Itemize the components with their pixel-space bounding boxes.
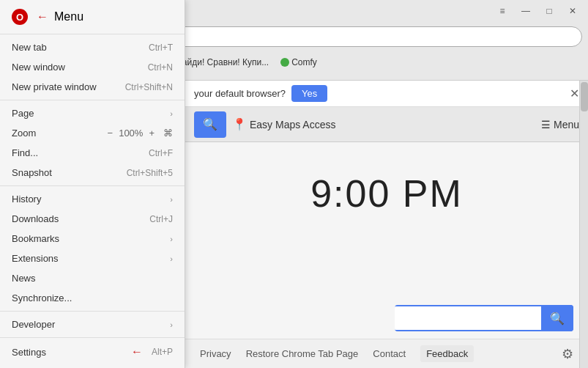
menu-item-help[interactable]: HelpF1 xyxy=(0,363,185,368)
menu-item-page[interactable]: Page› xyxy=(0,103,185,123)
zoom-percent: 100% xyxy=(119,128,143,139)
menu-item-downloads[interactable]: DownloadsCtrl+J xyxy=(0,209,185,229)
gear-icon[interactable]: ⚙ xyxy=(562,346,573,362)
scrollbar[interactable] xyxy=(579,81,588,368)
search-icon: 🔍 xyxy=(203,117,217,131)
menu-item-news[interactable]: News xyxy=(0,268,185,288)
menu-item-label: Synchronize... xyxy=(12,292,173,303)
comfy-label: Comfy xyxy=(291,57,317,67)
website-nav-bar: 🔍 📍 Easy Maps Access ☰ Menu xyxy=(185,107,588,142)
close-bar-icon[interactable]: ✕ xyxy=(570,87,579,100)
contact-link[interactable]: Contact xyxy=(373,348,406,359)
menu-header: O ← Menu xyxy=(0,0,185,34)
site-logo-text: Easy Maps Access xyxy=(250,119,336,130)
zoom-minus[interactable]: − xyxy=(108,128,113,139)
menu-divider-15 xyxy=(0,311,185,312)
submenu-arrow-icon: › xyxy=(170,254,173,263)
submenu-arrow-icon: › xyxy=(170,109,173,118)
menu-item-shortcut: Ctrl+N xyxy=(148,62,173,73)
privacy-link[interactable]: Privacy xyxy=(200,348,231,359)
zoom-plus[interactable]: + xyxy=(149,128,155,139)
maximize-button[interactable]: □ xyxy=(540,4,559,18)
yes-button[interactable]: Yes xyxy=(291,85,327,102)
menu-item-bookmarks[interactable]: Bookmarks› xyxy=(0,229,185,249)
bottom-search-button[interactable]: 🔍 xyxy=(541,305,573,331)
menu-item-label: History xyxy=(12,194,170,205)
bottom-search-input[interactable] xyxy=(395,306,541,330)
menu-label: Menu xyxy=(554,119,579,130)
opera-logo-text: O xyxy=(16,12,23,23)
menu-item-new-tab[interactable]: New tabCtrl+T xyxy=(0,37,185,57)
site-search-button[interactable]: 🔍 xyxy=(194,111,226,138)
menu-items-list: New tabCtrl+TNew windowCtrl+NNew private… xyxy=(0,34,185,368)
site-logo: 📍 Easy Maps Access xyxy=(232,117,336,131)
menu-item-label: Find... xyxy=(12,147,140,158)
dropdown-menu: O ← Menu New tabCtrl+TNew windowCtrl+NNe… xyxy=(0,0,185,368)
menu-divider-8 xyxy=(0,185,185,186)
minimize-button[interactable]: — xyxy=(516,4,535,18)
submenu-arrow-icon: › xyxy=(170,195,173,204)
comfy-dot-icon xyxy=(280,58,289,67)
website-area: 🔍 📍 Easy Maps Access ☰ Menu 9:00 PM 🔍 xyxy=(185,107,588,368)
menu-item-label: New private window xyxy=(12,81,116,92)
zoom-cmd-icon: ⌘ xyxy=(163,128,173,139)
default-browser-bar: your default browser? Yes ✕ xyxy=(185,81,588,107)
bottom-search-box: 🔍 xyxy=(395,305,573,331)
menu-item-developer[interactable]: Developer› xyxy=(0,314,185,334)
menu-item-shortcut: Ctrl+T xyxy=(149,43,173,53)
close-button[interactable]: ✕ xyxy=(563,4,582,18)
najdi-label: Найди! Сравни! Купи... xyxy=(176,57,269,67)
menu-item-label: Settings xyxy=(12,347,125,358)
menu-item-snapshot[interactable]: SnapshotCtrl+Shift+5 xyxy=(0,163,185,183)
menu-item-shortcut: Ctrl+Shift+N xyxy=(125,82,173,92)
zoom-row[interactable]: Zoom − 100% + ⌘ xyxy=(0,123,185,143)
submenu-arrow-icon: › xyxy=(170,235,173,243)
zoom-controls: − 100% + ⌘ xyxy=(108,128,173,139)
feedback-box[interactable]: Feedback xyxy=(420,345,474,362)
menu-item-find---[interactable]: Find...Ctrl+F xyxy=(0,143,185,163)
menu-item-label: New tab xyxy=(12,42,140,53)
menu-header-arrow: ← xyxy=(37,10,48,23)
menu-header-title: Menu xyxy=(54,10,83,23)
settings-arrow-icon: ← xyxy=(131,345,143,358)
menu-item-label: Extensions xyxy=(12,253,170,264)
menu-item-settings[interactable]: Settings←Alt+P xyxy=(0,341,185,363)
menu-item-label: Page xyxy=(12,108,170,119)
scrollbar-thumb[interactable] xyxy=(581,82,588,111)
bookmark-comfy[interactable]: Comfy xyxy=(278,56,320,69)
menu-divider-3 xyxy=(0,100,185,100)
menu-item-label: Snapshot xyxy=(12,167,118,178)
menu-item-extensions[interactable]: Extensions› xyxy=(0,249,185,268)
menu-item-label: Developer xyxy=(12,319,170,330)
clock-time: 9:00 PM xyxy=(310,172,463,216)
menu-item-new-private-window[interactable]: New private windowCtrl+Shift+N xyxy=(0,77,185,97)
menu-item-shortcut: Alt+P xyxy=(152,347,173,357)
menu-item-history[interactable]: History› xyxy=(0,189,185,209)
stack-icon[interactable]: ≡ xyxy=(493,4,512,18)
default-browser-text: your default browser? xyxy=(194,88,286,99)
clock-display: 9:00 PM xyxy=(185,142,588,230)
menu-item-label: Downloads xyxy=(12,213,141,224)
bottom-search-icon: 🔍 xyxy=(550,312,565,325)
menu-item-label: New window xyxy=(12,62,139,73)
menu-item-shortcut: Ctrl+J xyxy=(149,214,173,224)
menu-item-shortcut: Ctrl+F xyxy=(149,148,173,158)
menu-item-synchronize---[interactable]: Synchronize... xyxy=(0,288,185,308)
site-menu-button[interactable]: ☰ Menu xyxy=(541,119,579,130)
hamburger-icon: ☰ xyxy=(541,119,551,130)
menu-item-shortcut: Ctrl+Shift+5 xyxy=(127,168,173,178)
menu-divider-17 xyxy=(0,337,185,338)
submenu-arrow-icon: › xyxy=(170,320,173,329)
zoom-label: Zoom xyxy=(12,128,108,139)
feedback-label: Feedback xyxy=(426,348,468,359)
bottom-search-inner: 🔍 xyxy=(395,305,573,331)
opera-logo: O xyxy=(12,9,28,25)
map-pin-icon: 📍 xyxy=(232,117,247,131)
menu-item-label: News xyxy=(12,273,173,284)
website-footer: Privacy Restore Chrome Tab Page Contact … xyxy=(185,339,588,368)
menu-item-new-window[interactable]: New windowCtrl+N xyxy=(0,57,185,77)
menu-item-label: Bookmarks xyxy=(12,233,170,244)
restore-tab-link[interactable]: Restore Chrome Tab Page xyxy=(246,348,359,359)
